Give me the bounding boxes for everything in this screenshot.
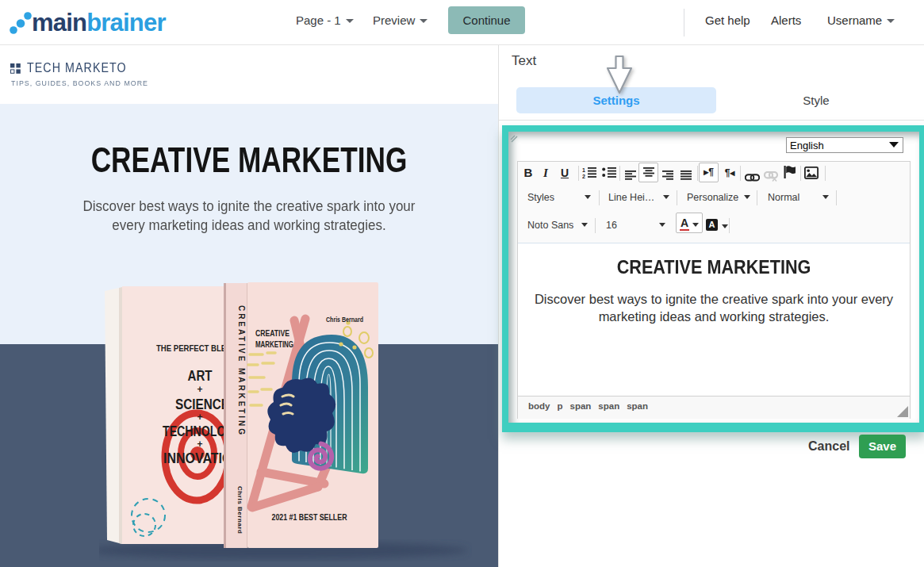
svg-text:+: + [197, 412, 202, 423]
svg-text:SCIENCE: SCIENCE [175, 397, 229, 412]
svg-text:ART: ART [188, 368, 213, 384]
svg-text:CREATIVE: CREATIVE [255, 328, 289, 338]
svg-text:2: 2 [582, 174, 585, 178]
svg-text:Chris Bernard: Chris Bernard [326, 315, 363, 324]
svg-text:CREATIVE MARKETING: CREATIVE MARKETING [237, 305, 246, 435]
svg-text:Chris Bernard: Chris Bernard [236, 486, 243, 534]
svg-text:+: + [197, 384, 202, 395]
svg-text:1: 1 [582, 167, 585, 173]
svg-text:2021 #1 BEST SELLER: 2021 #1 BEST SELLER [272, 512, 347, 522]
svg-text:+: + [197, 439, 202, 450]
svg-text:MARKETING: MARKETING [255, 339, 293, 349]
